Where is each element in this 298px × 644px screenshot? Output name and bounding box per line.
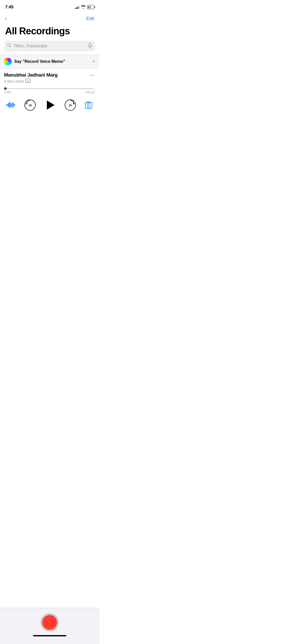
svg-rect-10 — [9, 102, 10, 108]
signal-icon — [75, 5, 79, 9]
siri-text: Say "Record Voice Memo" — [14, 59, 65, 64]
nav-bar: ‹ Edit — [0, 12, 99, 25]
siri-close-button[interactable]: × — [92, 58, 95, 64]
progress-container[interactable]: 0:00 −15:12 — [4, 88, 95, 94]
status-bar: 7:45 62 — [0, 0, 99, 12]
microphone-icon[interactable] — [88, 43, 92, 49]
time-remaining: −15:12 — [85, 90, 95, 94]
recording-info: Manubhai Jadhani Marg 9 Nov 2024 — [4, 72, 58, 84]
recording-meta: 9 Nov 2024 — [4, 79, 58, 84]
delete-button[interactable] — [84, 100, 93, 110]
svg-line-1 — [10, 46, 11, 47]
status-time: 7:45 — [5, 5, 13, 10]
wifi-icon — [81, 5, 86, 9]
waveform-button[interactable] — [6, 100, 16, 110]
time-row: 0:00 −15:12 — [5, 90, 95, 94]
time-current: 0:00 — [5, 90, 11, 94]
play-button[interactable] — [44, 99, 57, 111]
svg-rect-5 — [25, 79, 31, 82]
svg-marker-17 — [73, 103, 75, 104]
search-icon — [7, 43, 11, 49]
back-button[interactable]: ‹ — [4, 14, 8, 23]
progress-thumb — [4, 87, 7, 90]
status-icons: 62 — [75, 5, 94, 9]
progress-track[interactable] — [5, 88, 95, 89]
svg-rect-8 — [6, 104, 7, 106]
progress-fill — [5, 88, 6, 89]
battery-icon: 62 — [87, 5, 94, 9]
more-options-button[interactable]: ··· — [90, 73, 95, 78]
svg-rect-13 — [14, 104, 15, 106]
svg-rect-12 — [12, 103, 13, 108]
svg-rect-2 — [89, 43, 91, 46]
skip-forward-button[interactable]: 15 — [64, 99, 76, 111]
playback-controls: 15 15 — [4, 95, 95, 116]
siri-orb — [4, 58, 12, 65]
recording-date: 9 Nov 2024 — [4, 79, 24, 83]
svg-rect-9 — [8, 103, 9, 107]
recording-header: Manubhai Jadhani Marg 9 Nov 2024 ··· — [4, 72, 95, 84]
page-title: All Recordings — [0, 25, 99, 41]
siri-left: Say "Record Voice Memo" — [4, 58, 65, 65]
search-bar[interactable]: Titles, Transcripts — [4, 41, 95, 51]
svg-rect-11 — [11, 103, 12, 107]
skip-forward-label: 15 — [69, 104, 72, 107]
skip-back-button[interactable]: 15 — [24, 99, 36, 111]
svg-marker-15 — [26, 103, 28, 104]
skip-back-label: 15 — [29, 104, 32, 107]
transcript-icon — [25, 79, 31, 84]
play-icon — [47, 100, 55, 110]
search-input[interactable]: Titles, Transcripts — [13, 43, 86, 49]
edit-button[interactable]: Edit — [86, 16, 94, 21]
siri-banner: Say "Record Voice Memo" × — [0, 54, 99, 69]
recording-title: Manubhai Jadhani Marg — [4, 72, 58, 78]
recording-item: Manubhai Jadhani Marg 9 Nov 2024 ··· — [0, 69, 99, 116]
